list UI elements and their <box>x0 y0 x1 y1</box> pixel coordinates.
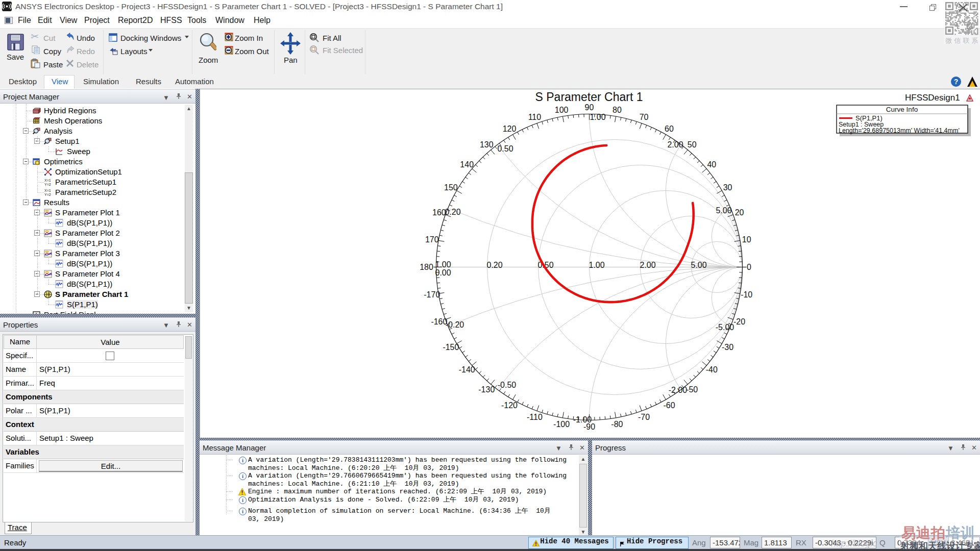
svg-text:-60: -60 <box>663 401 675 410</box>
svg-text:5.00: 5.00 <box>716 206 731 215</box>
svg-text:5.00: 5.00 <box>691 261 707 269</box>
svg-text:Curve Info: Curve Info <box>886 106 918 113</box>
svg-text:-0.20: -0.20 <box>446 320 464 329</box>
svg-text:2.00: 2.00 <box>640 261 656 269</box>
svg-text:130: 130 <box>480 140 494 149</box>
svg-text:-80: -80 <box>611 420 623 429</box>
svg-text:-160: -160 <box>431 317 447 326</box>
svg-text:170: 170 <box>425 235 439 244</box>
svg-text:-100: -100 <box>553 420 570 429</box>
svg-text:Y=2: Y=2 <box>44 193 51 196</box>
svg-text:90: 90 <box>585 103 594 112</box>
svg-text:1.00: 1.00 <box>589 261 605 269</box>
svg-text:1.00: 1.00 <box>590 113 605 121</box>
svg-text:-5.00: -5.00 <box>716 323 734 332</box>
svg-text:110: 110 <box>528 113 542 121</box>
svg-text:120: 120 <box>503 124 517 133</box>
svg-text:0.20: 0.20 <box>487 261 503 269</box>
svg-text:-10: -10 <box>741 290 752 299</box>
svg-text:10: 10 <box>742 235 751 244</box>
svg-text:180: 180 <box>420 263 433 271</box>
svg-text:140: 140 <box>460 160 474 169</box>
svg-text:60: 60 <box>665 124 674 133</box>
svg-text:-120: -120 <box>501 401 518 410</box>
svg-text:-0.50: -0.50 <box>498 381 517 389</box>
svg-text:-30: -30 <box>722 343 733 352</box>
svg-text:X=1: X=1 <box>44 179 51 182</box>
svg-text:-150: -150 <box>443 343 459 352</box>
svg-text:0: 0 <box>747 263 751 271</box>
svg-text:Length='29.68975013mm' Width=': Length='29.68975013mm' Width='41.4mm' <box>839 127 960 134</box>
svg-text:2.00: 2.00 <box>667 140 683 149</box>
svg-text:-140: -140 <box>459 365 475 374</box>
svg-text:70: 70 <box>640 113 649 121</box>
svg-text:0.20: 0.20 <box>445 208 460 216</box>
svg-text:-1.00: -1.00 <box>573 415 592 424</box>
svg-text:-110: -110 <box>527 413 543 421</box>
svg-text:-170: -170 <box>424 290 440 299</box>
svg-text:-50: -50 <box>686 385 698 394</box>
svg-text:100: 100 <box>555 106 569 114</box>
svg-text:-40: -40 <box>706 365 718 374</box>
svg-text:1.00: 1.00 <box>435 260 451 269</box>
svg-text:40: 40 <box>707 160 716 169</box>
svg-text:X=1: X=1 <box>44 189 51 192</box>
svg-text:S Parameter Chart 1: S Parameter Chart 1 <box>535 90 643 104</box>
svg-text:30: 30 <box>723 183 732 192</box>
svg-text:Y=2: Y=2 <box>44 183 51 186</box>
svg-text:50: 50 <box>688 140 697 149</box>
svg-text:160: 160 <box>432 208 446 217</box>
svg-text:-2.00: -2.00 <box>669 386 688 394</box>
svg-text:80: 80 <box>612 106 622 114</box>
svg-text:-70: -70 <box>638 413 650 421</box>
svg-text:0.00: 0.00 <box>435 268 451 277</box>
svg-text:-130: -130 <box>478 385 495 394</box>
svg-text:20: 20 <box>735 208 744 217</box>
svg-text:0.50: 0.50 <box>497 144 513 153</box>
svg-text:HFSSDesign1: HFSSDesign1 <box>905 93 960 103</box>
svg-text:-20: -20 <box>733 317 745 326</box>
svg-text:150: 150 <box>444 183 458 192</box>
svg-text:-90: -90 <box>583 422 595 431</box>
